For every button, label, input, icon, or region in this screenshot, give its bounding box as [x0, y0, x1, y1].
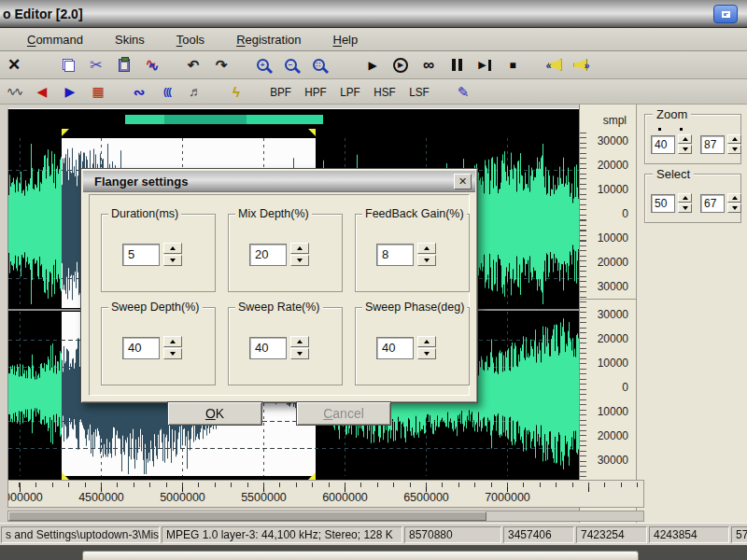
horizontal-scrollbar[interactable]	[7, 511, 644, 522]
zoom-right-spinner[interactable]	[727, 134, 741, 154]
paste-button[interactable]	[110, 54, 138, 77]
filter-button[interactable]: HSF	[369, 85, 401, 99]
ok-button[interactable]: OK	[167, 401, 262, 426]
zoom-in-icon: +	[257, 59, 269, 71]
overview-view-region[interactable]	[125, 115, 323, 124]
menu-item[interactable]: Registration	[224, 31, 313, 49]
parameter-spinner[interactable]	[163, 243, 182, 266]
parameter-spinner[interactable]	[290, 336, 309, 359]
ruler-tick-label: 20000	[580, 250, 636, 274]
parameter-spinner[interactable]	[417, 336, 436, 359]
edit-button[interactable]: ✎	[449, 80, 477, 103]
status-panel: 4243854	[649, 526, 729, 543]
filter-button[interactable]: HPF	[300, 85, 331, 99]
undo-button[interactable]: ↶	[179, 54, 207, 77]
menu-item[interactable]: Tools	[164, 31, 217, 49]
timeline-ruler[interactable]: 4000000450000050000005500000600000065000…	[7, 480, 644, 508]
restore-window-button[interactable]	[713, 5, 738, 23]
ruler-channel-1: 3000020000100000100002000030000	[580, 129, 636, 299]
scrollbar-thumb[interactable]	[8, 511, 486, 521]
selection-marker	[62, 472, 69, 480]
timeline-label: 4000000	[7, 491, 61, 504]
parameter-input[interactable]: 5	[122, 244, 160, 266]
play-button[interactable]: ▶	[359, 54, 387, 77]
zoom-left-input[interactable]: 40	[651, 135, 675, 154]
menu-item[interactable]: Help	[321, 31, 371, 49]
pause-button[interactable]	[443, 54, 471, 77]
dialog-title: Flanger settings	[94, 175, 454, 189]
loop-button[interactable]: ∞	[415, 54, 443, 77]
cancel-button[interactable]: Cancel	[296, 401, 391, 426]
filter-button[interactable]: BPF	[265, 85, 297, 99]
pause-icon	[452, 59, 462, 71]
speaker-back-button[interactable]: «	[540, 54, 568, 77]
amplitude-ruler: smpl 3000020000100000100002000030000 300…	[579, 105, 637, 523]
speaker-forward-button[interactable]: »	[568, 54, 596, 77]
play-to-end-icon: ▶	[478, 59, 490, 71]
timeline-label: 5500000	[223, 491, 304, 504]
parameter-spinner[interactable]	[417, 243, 436, 266]
zoom-right-input[interactable]: 87	[700, 135, 725, 154]
select-right-spinner[interactable]	[727, 193, 741, 213]
parameter-input[interactable]: 40	[122, 337, 160, 359]
fade-out-button[interactable]: ▶	[56, 80, 84, 103]
status-panel: 7423254	[576, 526, 647, 543]
ruler-channel-2: 3000020000100000100002000030000	[580, 302, 636, 472]
play-all-button[interactable]: ▶	[387, 54, 415, 77]
flanger-parameter-group: Sweep Depth(%) 40	[101, 307, 216, 385]
parameter-label: Sweep Rate(%)	[235, 301, 323, 314]
dialog-title-bar[interactable]: Flanger settings ✕	[83, 171, 475, 192]
zoom-full-button[interactable]: ∷	[304, 54, 332, 77]
parameter-input[interactable]: 40	[249, 337, 287, 359]
window-title: o Editor [2.0]	[3, 7, 83, 21]
status-panel: 8570880	[404, 526, 501, 543]
zoom-in-button[interactable]: +	[248, 54, 276, 77]
ruler-tick-label: 20000	[580, 153, 636, 177]
noise-icon: ϟ	[233, 85, 240, 99]
select-group-label: Select	[653, 167, 694, 181]
fade-in-button[interactable]: ◀	[28, 80, 56, 103]
noise-button[interactable]: ϟ	[222, 80, 250, 103]
parameter-spinner[interactable]	[163, 336, 182, 359]
timeline-labels: 4000000450000050000005500000600000065000…	[7, 491, 548, 504]
ruler-tick-label: 30000	[580, 448, 636, 472]
cut-button[interactable]: ✂	[82, 54, 110, 77]
mix-paste-button[interactable]: ∿∿	[138, 54, 166, 77]
select-left-spinner[interactable]	[678, 193, 692, 213]
filter-button[interactable]: LSF	[404, 85, 434, 99]
smooth-button[interactable]: ∿∿	[0, 80, 28, 103]
redo-button[interactable]: ↷	[207, 54, 235, 77]
zoom-out-button[interactable]: −	[276, 54, 304, 77]
ruler-tick-label: 30000	[580, 302, 636, 327]
amplify-icon: ▦	[92, 85, 104, 98]
filter-button[interactable]: LPF	[335, 85, 365, 99]
overview-bar[interactable]	[8, 114, 580, 125]
echo-button[interactable]: ♬	[181, 80, 209, 103]
cut-icon: ✂	[90, 58, 102, 73]
select-right-input[interactable]: 67	[700, 194, 725, 213]
undo-icon: ↶	[188, 58, 200, 72]
amplify-button[interactable]: ▦	[84, 80, 112, 103]
timeline-label: 6500000	[386, 491, 467, 504]
parameter-input[interactable]: 8	[376, 244, 414, 266]
ruler-tick-label: 10000	[580, 226, 636, 250]
dialog-close-button[interactable]: ✕	[454, 174, 472, 189]
play-to-end-button[interactable]: ▶	[471, 54, 499, 77]
select-left-input[interactable]: 50	[651, 194, 675, 213]
ruler-tick-label: 0	[580, 202, 636, 226]
reverb-button[interactable]: (((	[153, 80, 181, 103]
menu-item[interactable]: Skins	[103, 31, 157, 49]
copy-button[interactable]	[54, 54, 82, 77]
parameter-input[interactable]: 20	[249, 244, 287, 266]
delete-button[interactable]: ✕	[0, 54, 28, 77]
flanger-button[interactable]: ∾	[125, 80, 153, 103]
parameter-spinner[interactable]	[290, 243, 309, 266]
menu-item[interactable]: Command	[15, 31, 95, 49]
effects-toolbar: ∿∿ ◀ ▶ ▦ ∾ ((( ♬ ϟ BPFHPFLPFHSFLSF ✎	[0, 79, 747, 105]
timeline-label: 5000000	[142, 491, 223, 504]
close-icon: ✕	[458, 175, 467, 188]
parameter-input[interactable]: 40	[376, 337, 414, 359]
zoom-left-spinner[interactable]	[678, 134, 692, 154]
loop-icon: ∞	[423, 57, 434, 73]
stop-button[interactable]: ■	[499, 54, 527, 77]
